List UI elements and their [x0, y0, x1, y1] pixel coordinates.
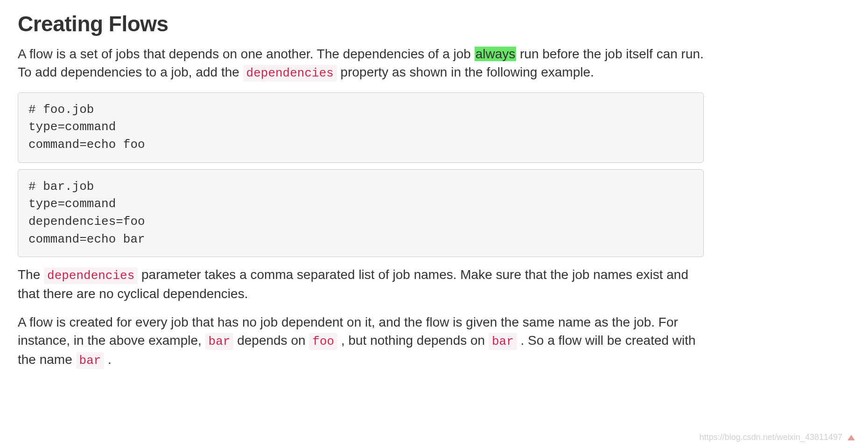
text-segment: , but nothing depends on — [337, 333, 489, 348]
text-segment: . — [104, 352, 112, 367]
code-block-bar-job: # bar.job type=command dependencies=foo … — [18, 169, 704, 258]
flow-naming-paragraph: A flow is created for every job that has… — [18, 313, 704, 369]
intro-paragraph: A flow is a set of jobs that depends on … — [18, 45, 704, 82]
code-block-foo-job: # foo.job type=command command=echo foo — [18, 92, 704, 163]
inline-code-bar: bar — [489, 333, 517, 350]
text-segment: A flow is a set of jobs that depends on … — [18, 47, 475, 61]
text-segment: depends on — [233, 333, 309, 348]
highlight-always: always — [475, 47, 517, 61]
document-page: Creating Flows A flow is a set of jobs t… — [0, 0, 721, 398]
inline-code-dependencies: dependencies — [44, 267, 138, 284]
text-segment: The — [18, 267, 44, 282]
inline-code-foo: foo — [309, 333, 337, 350]
dependencies-paragraph: The dependencies parameter takes a comma… — [18, 265, 704, 303]
text-segment: property as shown in the following examp… — [337, 65, 594, 79]
page-title: Creating Flows — [18, 11, 704, 36]
inline-code-dependencies: dependencies — [243, 65, 337, 82]
inline-code-bar: bar — [205, 333, 234, 350]
inline-code-bar: bar — [76, 352, 105, 369]
